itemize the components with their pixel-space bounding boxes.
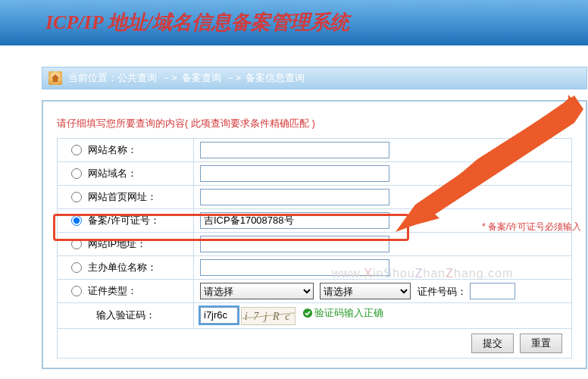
label-site-name: 网站名称： bbox=[88, 143, 137, 157]
radio-cert-type[interactable] bbox=[71, 286, 82, 296]
form-instruction: 请仔细填写您所要查询的内容( 此项查询要求条件精确匹配 ) bbox=[57, 117, 572, 130]
breadcrumb: 当前位置： 公共查询 －> 备案查询 －> 备案信息查询 bbox=[42, 67, 587, 89]
label-cert-type: 证件类型： bbox=[88, 284, 137, 298]
label-site-domain: 网站域名： bbox=[88, 167, 137, 180]
page-title: ICP/IP 地址/域名信息备案管理系统 bbox=[45, 9, 588, 36]
radio-org-name[interactable] bbox=[71, 262, 82, 273]
label-record-no: 备案/许可证号： bbox=[88, 214, 160, 227]
page-header: ICP/IP 地址/域名信息备案管理系统 bbox=[0, 0, 588, 45]
input-site-domain[interactable] bbox=[200, 165, 389, 182]
breadcrumb-item-1[interactable]: 公共查询 bbox=[117, 71, 157, 85]
query-form-table: 网站名称： 网站域名： 网站首页网址： 备案/许可证号： 网站IP地址： bbox=[57, 138, 572, 359]
select-cert-type-1[interactable]: 请选择 bbox=[200, 283, 314, 299]
select-cert-type-2[interactable]: 请选择 bbox=[320, 283, 411, 299]
row-site-url: 网站首页网址： bbox=[58, 186, 572, 209]
submit-button[interactable]: 提交 bbox=[471, 334, 514, 353]
row-buttons: 提交 重置 bbox=[58, 328, 572, 358]
breadcrumb-item-3: 备案信息查询 bbox=[246, 71, 305, 85]
captcha-ok-text: 验证码输入正确 bbox=[314, 306, 383, 320]
input-captcha[interactable] bbox=[200, 307, 238, 324]
input-cert-no[interactable] bbox=[470, 283, 515, 299]
input-record-no[interactable] bbox=[200, 212, 389, 229]
breadcrumb-sep: －> bbox=[226, 71, 242, 85]
watermark: www.XinShouZhanZhang.com bbox=[332, 267, 513, 280]
input-site-ip[interactable] bbox=[200, 236, 389, 252]
reset-button[interactable]: 重置 bbox=[520, 334, 562, 353]
row-site-name: 网站名称： bbox=[58, 139, 572, 162]
label-cert-no: 证件号码： bbox=[418, 286, 467, 297]
required-note: * 备案/许可证号必须输入 bbox=[482, 221, 581, 233]
input-site-url[interactable] bbox=[200, 189, 389, 205]
label-site-ip: 网站IP地址： bbox=[88, 237, 146, 251]
radio-site-name[interactable] bbox=[71, 145, 82, 155]
row-site-domain: 网站域名： bbox=[58, 162, 572, 186]
home-icon bbox=[48, 71, 62, 85]
label-org-name: 主办单位名称： bbox=[88, 261, 157, 274]
row-captcha: 输入验证码： i 7 j R c 验证码输入正确 bbox=[58, 303, 572, 329]
breadcrumb-sep: －> bbox=[161, 71, 177, 85]
row-cert-type: 证件类型： 请选择 请选择 证件号码： bbox=[58, 280, 572, 303]
radio-record-no[interactable] bbox=[71, 215, 82, 226]
query-form-panel: 请仔细填写您所要查询的内容( 此项查询要求条件精确匹配 ) 网站名称： 网站域名… bbox=[42, 100, 587, 369]
breadcrumb-item-2[interactable]: 备案查询 bbox=[182, 71, 221, 85]
input-site-name[interactable] bbox=[200, 142, 389, 158]
captcha-ok-indicator: 验证码输入正确 bbox=[302, 306, 383, 320]
radio-site-domain[interactable] bbox=[71, 168, 82, 179]
breadcrumb-loc-label: 当前位置： bbox=[68, 71, 117, 85]
label-site-url: 网站首页网址： bbox=[88, 190, 157, 204]
label-captcha: 输入验证码： bbox=[96, 309, 155, 321]
content-area: 当前位置： 公共查询 －> 备案查询 －> 备案信息查询 请仔细填写您所要查询的… bbox=[0, 45, 588, 369]
row-site-ip: 网站IP地址： bbox=[58, 233, 572, 256]
captcha-image[interactable]: i 7 j R c bbox=[241, 307, 296, 325]
radio-site-url[interactable] bbox=[71, 192, 82, 202]
radio-site-ip[interactable] bbox=[71, 239, 82, 249]
